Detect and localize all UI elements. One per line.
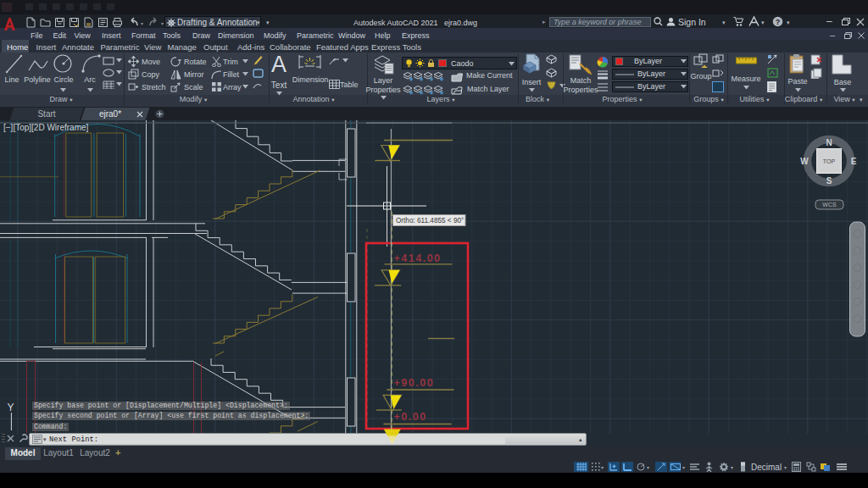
svg-text:Ortho: 611.4855 < 90°: Ortho: 611.4855 < 90°	[396, 217, 464, 225]
svg-text:S: S	[826, 176, 832, 186]
svg-text:+414.00: +414.00	[394, 252, 442, 264]
svg-text:+0.00: +0.00	[394, 411, 427, 423]
svg-text:N: N	[826, 138, 832, 147]
svg-text:+90.00: +90.00	[394, 377, 435, 389]
svg-text:Y: Y	[8, 402, 14, 413]
svg-text:E: E	[851, 157, 857, 166]
svg-text:W: W	[800, 157, 809, 166]
svg-text:WCS: WCS	[822, 202, 837, 208]
svg-text:?: ?	[776, 18, 781, 26]
svg-text:TOP: TOP	[823, 158, 836, 164]
svg-text:[−][Top][2D Wireframe]: [−][Top][2D Wireframe]	[3, 123, 89, 132]
